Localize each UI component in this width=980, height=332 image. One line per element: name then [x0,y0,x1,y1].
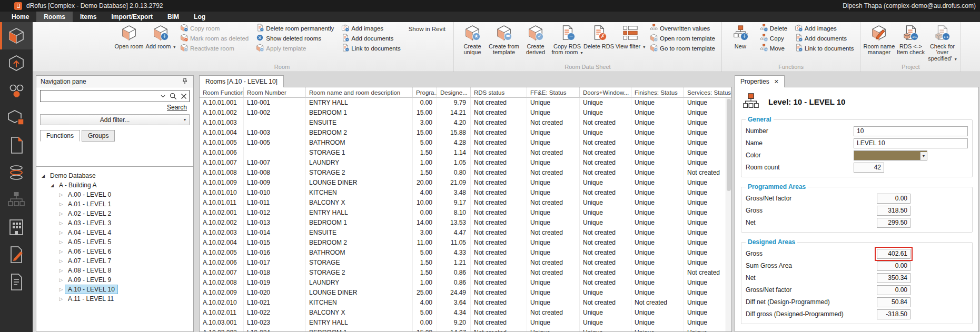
room-row-a-10-02-008[interactable]: A.10.02.008L10-019LAUNDRY1.000.86Not cre… [200,278,731,288]
sidebar-module-spheres[interactable] [0,77,33,104]
pin-icon[interactable] [180,78,190,85]
close-icon[interactable]: ✕ [774,78,779,85]
tree-item-a-00-level-0[interactable]: ▷A.00 - LEVEL 0 [36,190,193,199]
properties-tab[interactable]: Properties ✕ [735,75,785,87]
expand-arrow-icon[interactable]: ▷ [57,202,65,207]
room-row-a-10-01-007[interactable]: A.10.01.007L10-007LAUNDRY1.001.05Not cre… [200,158,731,168]
room-row-a-10-01-002[interactable]: A.10.01.002L10-002BEDROOM 115.0014.21Not… [200,108,731,118]
room-row-a-10-01-010[interactable]: A.10.01.010L10-010KITCHEN4.003.48Not cre… [200,188,731,198]
tree-item-a-11-level-11[interactable]: ▷A.11 - LEVEL 11 [36,294,193,304]
search-input[interactable] [41,91,157,101]
sidebar-module-page-lines[interactable] [0,268,33,296]
menu-tab-bim[interactable]: BIM [160,12,186,22]
tree-item-a-08-level-8[interactable]: ▷A.08 - LEVEL 8 [36,266,193,275]
expand-arrow-icon[interactable]: ▷ [57,268,65,273]
sidebar-module-page-fold[interactable] [0,132,33,159]
room-row-a-10-01-009[interactable]: A.10.01.009L10-009LOUNGE DINER20.0021.09… [200,178,731,188]
room-row-a-10-03-002[interactable]: A.10.03.002L10-024BEDROOM 115.0014.67Not… [200,328,731,332]
delete-button[interactable]: −Delete [758,23,789,33]
create-unique-button[interactable]: ★Create unique [457,23,488,56]
room-name-manager-button[interactable]: Room name manager [863,23,895,56]
column-header-room-number[interactable]: Room Number [244,87,306,98]
room-row-a-10-02-006[interactable]: A.10.02.006L10-017STORAGE1.501.21Not cre… [200,258,731,268]
chevron-down-icon[interactable] [157,95,168,98]
column-header-designe[interactable]: Designe... [437,87,471,98]
sidebar-module-cube-square[interactable] [0,104,33,132]
tree-item-a-03-level-3[interactable]: ▷A.03 - LEVEL 3 [36,218,193,228]
copy-button[interactable]: =Copy [758,33,789,43]
room-row-a-10-01-003[interactable]: A.10.01.003ENSUITE3.004.20Not createdNot… [200,118,731,128]
expand-arrow-icon[interactable]: ▷ [57,230,65,235]
expand-arrow-icon[interactable]: ▷ [57,287,65,292]
create-derived-button[interactable]: ✓Create derived [520,23,551,56]
tree-item-a-01-level-1[interactable]: ▷A.01 - LEVEL 1 [36,199,193,209]
chevron-down-icon[interactable]: ▼ [920,152,927,160]
room-row-a-10-02-003[interactable]: A.10.02.003L10-014ENSUITE3.004.47Not cre… [200,228,731,238]
expand-arrow-icon[interactable]: ▷ [57,211,65,216]
room-row-a-10-01-001[interactable]: A.10.01.001L10-001ENTRY HALL0.009.79Not … [200,98,731,108]
net-field[interactable] [877,273,910,283]
table-scrollbar[interactable] [726,98,731,331]
apply-template-button[interactable]: =Apply template [254,43,336,53]
expand-arrow-icon[interactable]: ▷ [57,220,65,226]
tree-item-a-02-level-2[interactable]: ▷A.02 - LEVEL 2 [36,209,193,218]
column-header-rds-status[interactable]: RDS status [471,87,527,98]
room-row-a-10-02-009[interactable]: A.10.02.009L10-020LOUNGE DINER25.0024.49… [200,288,731,298]
tree-item-a-building-a[interactable]: ◢A - Building A [36,180,193,190]
rooms-tab[interactable]: Rooms [A.10 - LEVEL 10] [199,75,284,87]
sidebar-module-page-pencil[interactable] [0,241,33,268]
tree-item-a-09-level-9[interactable]: ▷A.09 - LEVEL 9 [36,275,193,285]
room-row-a-10-03-001[interactable]: A.10.03.001L10-023ENTRY HALL0.009.20Not … [200,318,731,328]
expand-arrow-icon[interactable]: ▷ [57,192,65,197]
room-row-a-10-02-007[interactable]: A.10.02.007L10-018STORAGE 21.500.86Not c… [200,268,731,278]
link-to-documents-button[interactable]: ∞Link to documents [793,43,856,53]
column-header-room-function[interactable]: Room Function #: [200,87,244,98]
room-row-a-10-01-005[interactable]: A.10.01.005L10-005BATHROOM5.004.28Not cr… [200,138,731,148]
add-images-button[interactable]: +Add images [339,23,402,33]
open-room-button[interactable]: Open room [113,23,145,49]
search-link[interactable]: Search [167,104,187,111]
room-row-a-10-02-010[interactable]: A.10.02.010L10-021KITCHEN4.003.64Not cre… [200,298,731,308]
nav-tab-functions[interactable]: Functions [40,130,80,142]
rds-item-check-button[interactable]: 1:1RDS <-> Item check [895,23,926,56]
tree-item-a-07-level-7[interactable]: ▷A.07 - LEVEL 7 [36,256,193,266]
overwritten-values-button[interactable]: Overwritten values [648,23,717,33]
room-row-a-10-02-005[interactable]: A.10.02.005L10-016BATHROOM5.004.33Not cr… [200,248,731,258]
room-row-a-10-02-001[interactable]: A.10.02.001L10-012ENTRY HALL0.008.10Not … [200,208,731,218]
room-row-a-10-01-008[interactable]: A.10.01.008L10-008STORAGE 21.500.80Not c… [200,168,731,178]
scrollbar-thumb[interactable] [727,99,731,191]
sidebar-module-coins[interactable] [0,159,33,186]
add-documents-button[interactable]: +Add documents [793,33,856,43]
view-filter-button[interactable]: View filter ▾ [615,23,646,50]
copy-rds-from-room-button[interactable]: −Copy RDS from room ▾ [551,23,583,56]
clear-search-icon[interactable] [179,93,189,99]
menu-tab-home[interactable]: Home [4,12,36,22]
column-header-ff-e-status[interactable]: FF&E: Status [527,87,580,98]
link-to-documents-button[interactable]: ∞Link to documents [339,43,402,53]
column-header-services-status[interactable]: Services: Status [684,87,731,98]
name-field[interactable] [854,138,968,148]
sidebar-module-cube-arrow[interactable] [0,49,33,77]
go-to-room-template-button[interactable]: →Go to room template [648,43,717,53]
room-row-a-10-01-004[interactable]: A.10.01.004L10-003BEDROOM 215.0015.88Not… [200,128,731,138]
sidebar-module-building[interactable] [0,214,33,241]
tree-item-a-04-level-4[interactable]: ▷A.04 - LEVEL 4 [36,228,193,237]
net-field[interactable] [877,218,910,228]
collapse-arrow-icon[interactable]: ◢ [39,174,47,178]
open-room-template-button[interactable]: ↺Open room template [648,33,717,43]
tree-item-demo-database[interactable]: ◢Demo Database [36,171,193,180]
show-deleted-rooms-button[interactable]: Show deleted rooms [254,33,336,43]
collapse-arrow-icon[interactable]: ◢ [48,183,56,188]
menu-tab-rooms[interactable]: Rooms [36,12,73,22]
create-from-template-button[interactable]: =Create from template [488,23,520,56]
gross-net-factor-field[interactable] [877,194,910,204]
menu-tab-items[interactable]: Items [73,12,104,22]
expand-arrow-icon[interactable]: ▷ [57,277,65,283]
add-filter-button[interactable]: Add filter... ▾ [40,114,190,125]
sum-gross-area-field[interactable] [877,261,910,271]
sidebar-module-cube[interactable] [0,22,33,49]
new-button[interactable]: +New [725,23,756,49]
room-count-field[interactable] [854,163,884,173]
add-documents-button[interactable]: +Add documents [339,33,402,43]
column-header-doors-window[interactable]: Doors+Window... [580,87,631,98]
